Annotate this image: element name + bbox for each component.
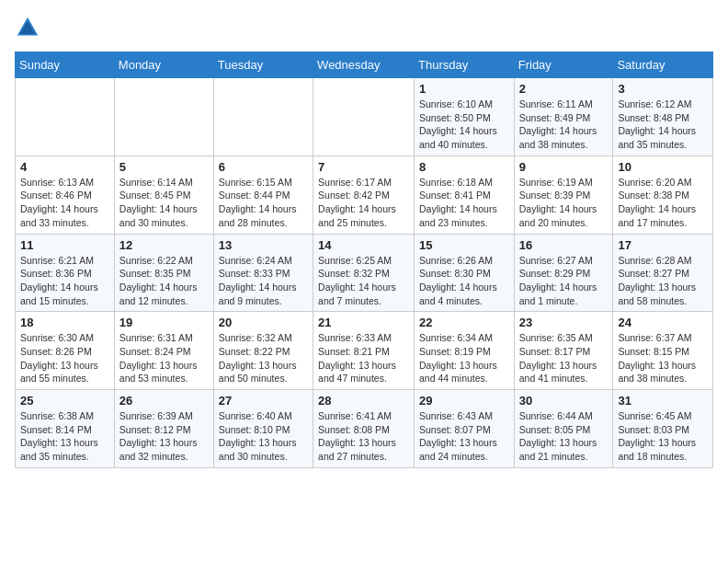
calendar-cell: 9Sunrise: 6:19 AM Sunset: 8:39 PM Daylig… xyxy=(514,155,613,234)
day-number: 28 xyxy=(318,394,409,408)
calendar-cell: 31Sunrise: 6:45 AM Sunset: 8:03 PM Dayli… xyxy=(613,390,713,468)
day-info: Sunrise: 6:34 AM Sunset: 8:19 PM Dayligh… xyxy=(419,331,509,385)
day-number: 23 xyxy=(519,316,609,329)
calendar-cell xyxy=(213,78,313,156)
day-number: 2 xyxy=(519,82,609,96)
day-info: Sunrise: 6:28 AM Sunset: 8:27 PM Dayligh… xyxy=(618,254,708,308)
calendar-cell: 7Sunrise: 6:17 AM Sunset: 8:42 PM Daylig… xyxy=(313,155,415,234)
calendar-cell: 12Sunrise: 6:22 AM Sunset: 8:35 PM Dayli… xyxy=(114,234,213,312)
calendar-cell: 30Sunrise: 6:44 AM Sunset: 8:05 PM Dayli… xyxy=(514,390,613,468)
day-info: Sunrise: 6:24 AM Sunset: 8:33 PM Dayligh… xyxy=(219,254,308,308)
calendar-cell: 19Sunrise: 6:31 AM Sunset: 8:24 PM Dayli… xyxy=(114,312,213,390)
calendar-cell: 28Sunrise: 6:41 AM Sunset: 8:08 PM Dayli… xyxy=(313,390,415,468)
day-info: Sunrise: 6:40 AM Sunset: 8:10 PM Dayligh… xyxy=(219,409,308,464)
day-info: Sunrise: 6:27 AM Sunset: 8:29 PM Dayligh… xyxy=(519,254,609,308)
day-info: Sunrise: 6:45 AM Sunset: 8:03 PM Dayligh… xyxy=(618,409,708,464)
day-number: 17 xyxy=(618,238,708,252)
header-tuesday: Tuesday xyxy=(213,52,313,78)
day-number: 16 xyxy=(519,238,609,252)
header-row: SundayMondayTuesdayWednesdayThursdayFrid… xyxy=(16,52,713,78)
day-number: 8 xyxy=(419,160,509,174)
calendar-cell: 6Sunrise: 6:15 AM Sunset: 8:44 PM Daylig… xyxy=(213,155,313,234)
day-number: 1 xyxy=(419,82,509,96)
calendar-cell xyxy=(16,78,115,156)
calendar-cell: 1Sunrise: 6:10 AM Sunset: 8:50 PM Daylig… xyxy=(415,78,515,156)
header-sunday: Sunday xyxy=(16,52,115,78)
calendar-cell: 14Sunrise: 6:25 AM Sunset: 8:32 PM Dayli… xyxy=(313,234,415,312)
day-number: 7 xyxy=(318,160,409,174)
day-number: 29 xyxy=(419,394,509,408)
day-number: 20 xyxy=(219,316,308,329)
calendar-body: 1Sunrise: 6:10 AM Sunset: 8:50 PM Daylig… xyxy=(16,78,713,468)
calendar-cell: 11Sunrise: 6:21 AM Sunset: 8:36 PM Dayli… xyxy=(16,234,115,312)
calendar-cell: 3Sunrise: 6:12 AM Sunset: 8:48 PM Daylig… xyxy=(613,78,713,156)
day-number: 22 xyxy=(419,316,509,329)
day-number: 9 xyxy=(519,160,609,174)
header-wednesday: Wednesday xyxy=(313,52,415,78)
calendar-cell xyxy=(313,78,415,156)
calendar-cell: 15Sunrise: 6:26 AM Sunset: 8:30 PM Dayli… xyxy=(415,234,515,312)
calendar-cell: 4Sunrise: 6:13 AM Sunset: 8:46 PM Daylig… xyxy=(16,155,115,234)
day-number: 27 xyxy=(219,394,308,408)
calendar-cell: 18Sunrise: 6:30 AM Sunset: 8:26 PM Dayli… xyxy=(16,312,115,390)
day-info: Sunrise: 6:39 AM Sunset: 8:12 PM Dayligh… xyxy=(119,409,209,464)
day-number: 6 xyxy=(219,160,308,174)
day-number: 12 xyxy=(119,238,209,252)
day-info: Sunrise: 6:10 AM Sunset: 8:50 PM Dayligh… xyxy=(419,98,509,152)
day-number: 21 xyxy=(318,316,409,329)
day-number: 31 xyxy=(618,394,708,408)
day-number: 25 xyxy=(20,394,109,408)
calendar-cell xyxy=(114,78,213,156)
calendar-cell: 25Sunrise: 6:38 AM Sunset: 8:14 PM Dayli… xyxy=(16,390,115,468)
calendar-table: SundayMondayTuesdayWednesdayThursdayFrid… xyxy=(15,52,713,468)
day-number: 26 xyxy=(119,394,209,408)
week-row-4: 18Sunrise: 6:30 AM Sunset: 8:26 PM Dayli… xyxy=(16,312,713,390)
calendar-cell: 8Sunrise: 6:18 AM Sunset: 8:41 PM Daylig… xyxy=(415,155,515,234)
calendar-cell: 26Sunrise: 6:39 AM Sunset: 8:12 PM Dayli… xyxy=(114,390,213,468)
header-friday: Friday xyxy=(514,52,613,78)
day-number: 24 xyxy=(618,316,708,329)
day-number: 19 xyxy=(119,316,209,329)
week-row-3: 11Sunrise: 6:21 AM Sunset: 8:36 PM Dayli… xyxy=(16,234,713,312)
day-number: 5 xyxy=(119,160,209,174)
day-info: Sunrise: 6:26 AM Sunset: 8:30 PM Dayligh… xyxy=(419,254,509,308)
calendar-cell: 16Sunrise: 6:27 AM Sunset: 8:29 PM Dayli… xyxy=(514,234,613,312)
day-info: Sunrise: 6:21 AM Sunset: 8:36 PM Dayligh… xyxy=(20,254,109,308)
header-thursday: Thursday xyxy=(415,52,515,78)
week-row-2: 4Sunrise: 6:13 AM Sunset: 8:46 PM Daylig… xyxy=(16,155,713,234)
day-info: Sunrise: 6:20 AM Sunset: 8:38 PM Dayligh… xyxy=(618,176,708,230)
calendar-cell: 24Sunrise: 6:37 AM Sunset: 8:15 PM Dayli… xyxy=(613,312,713,390)
day-info: Sunrise: 6:11 AM Sunset: 8:49 PM Dayligh… xyxy=(519,98,609,152)
calendar-cell: 17Sunrise: 6:28 AM Sunset: 8:27 PM Dayli… xyxy=(613,234,713,312)
day-number: 15 xyxy=(419,238,509,252)
header-saturday: Saturday xyxy=(613,52,713,78)
calendar-cell: 27Sunrise: 6:40 AM Sunset: 8:10 PM Dayli… xyxy=(213,390,313,468)
day-info: Sunrise: 6:22 AM Sunset: 8:35 PM Dayligh… xyxy=(119,254,209,308)
day-number: 4 xyxy=(20,160,109,174)
day-info: Sunrise: 6:32 AM Sunset: 8:22 PM Dayligh… xyxy=(219,331,308,385)
day-info: Sunrise: 6:43 AM Sunset: 8:07 PM Dayligh… xyxy=(419,409,509,464)
day-info: Sunrise: 6:19 AM Sunset: 8:39 PM Dayligh… xyxy=(519,176,609,230)
day-info: Sunrise: 6:13 AM Sunset: 8:46 PM Dayligh… xyxy=(20,176,109,230)
calendar-cell: 5Sunrise: 6:14 AM Sunset: 8:45 PM Daylig… xyxy=(114,155,213,234)
week-row-5: 25Sunrise: 6:38 AM Sunset: 8:14 PM Dayli… xyxy=(16,390,713,468)
week-row-1: 1Sunrise: 6:10 AM Sunset: 8:50 PM Daylig… xyxy=(16,78,713,156)
day-info: Sunrise: 6:15 AM Sunset: 8:44 PM Dayligh… xyxy=(219,176,308,230)
calendar-header: SundayMondayTuesdayWednesdayThursdayFrid… xyxy=(16,52,713,78)
day-info: Sunrise: 6:41 AM Sunset: 8:08 PM Dayligh… xyxy=(318,409,409,464)
calendar-cell: 13Sunrise: 6:24 AM Sunset: 8:33 PM Dayli… xyxy=(213,234,313,312)
day-info: Sunrise: 6:38 AM Sunset: 8:14 PM Dayligh… xyxy=(20,409,109,464)
day-number: 13 xyxy=(219,238,308,252)
day-info: Sunrise: 6:44 AM Sunset: 8:05 PM Dayligh… xyxy=(519,409,609,464)
day-info: Sunrise: 6:18 AM Sunset: 8:41 PM Dayligh… xyxy=(419,176,509,230)
logo-icon xyxy=(15,15,40,40)
calendar-cell: 23Sunrise: 6:35 AM Sunset: 8:17 PM Dayli… xyxy=(514,312,613,390)
day-info: Sunrise: 6:12 AM Sunset: 8:48 PM Dayligh… xyxy=(618,98,708,152)
day-info: Sunrise: 6:31 AM Sunset: 8:24 PM Dayligh… xyxy=(119,331,209,385)
day-info: Sunrise: 6:35 AM Sunset: 8:17 PM Dayligh… xyxy=(519,331,609,385)
calendar-cell: 2Sunrise: 6:11 AM Sunset: 8:49 PM Daylig… xyxy=(514,78,613,156)
day-info: Sunrise: 6:25 AM Sunset: 8:32 PM Dayligh… xyxy=(318,254,409,308)
day-number: 3 xyxy=(618,82,708,96)
calendar-cell: 20Sunrise: 6:32 AM Sunset: 8:22 PM Dayli… xyxy=(213,312,313,390)
calendar-cell: 21Sunrise: 6:33 AM Sunset: 8:21 PM Dayli… xyxy=(313,312,415,390)
